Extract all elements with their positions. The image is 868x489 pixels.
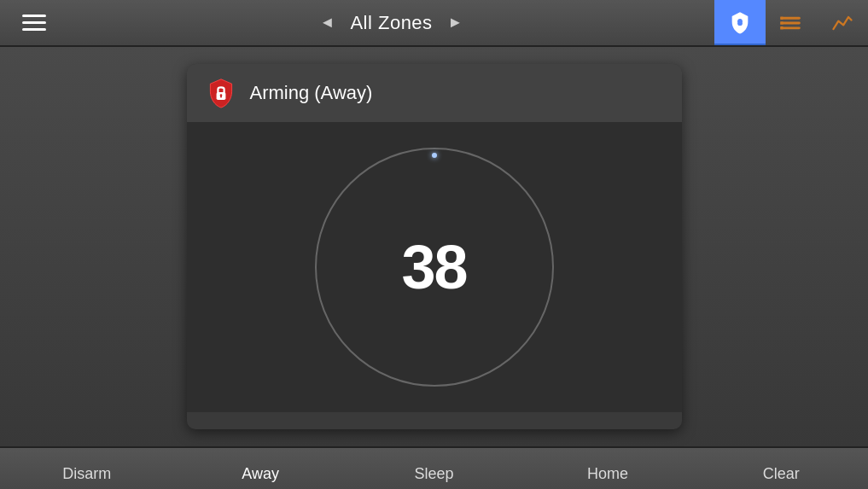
countdown-display: 38 (401, 232, 466, 302)
main-content: Arming (Away) 38 (0, 47, 868, 446)
panel-title: Arming (Away) (250, 82, 373, 104)
circle-indicator-dot (432, 153, 437, 158)
hamburger-icon[interactable] (22, 15, 46, 31)
tab-chart[interactable] (817, 0, 868, 45)
sleep-button[interactable]: Sleep (347, 447, 521, 489)
svg-rect-10 (220, 96, 222, 98)
svg-rect-5 (780, 16, 784, 20)
footer: Disarm Away Sleep Home Clear (0, 446, 868, 489)
clear-button[interactable]: Clear (695, 447, 868, 489)
home-button[interactable]: Home (521, 447, 694, 489)
panel-header: Arming (Away) (187, 64, 682, 122)
status-panel: Arming (Away) 38 (187, 64, 682, 429)
away-button[interactable]: Away (173, 447, 347, 489)
tab-list[interactable] (766, 0, 817, 45)
zone-title: All Zones (350, 12, 432, 34)
arming-shield-icon (204, 76, 238, 110)
security-icon (728, 10, 752, 34)
svg-rect-6 (780, 21, 784, 25)
svg-rect-7 (780, 26, 784, 30)
panel-body: 38 (187, 122, 682, 412)
header: ◄ All Zones ► (0, 0, 868, 47)
header-tabs (714, 0, 868, 45)
next-zone-button[interactable]: ► (448, 14, 463, 32)
prev-zone-button[interactable]: ◄ (320, 14, 335, 32)
chart-icon (830, 11, 854, 35)
countdown-circle: 38 (315, 148, 554, 387)
menu-button-area[interactable] (0, 15, 68, 31)
disarm-button[interactable]: Disarm (0, 447, 173, 489)
tab-security[interactable] (714, 0, 766, 45)
zone-navigation: ◄ All Zones ► (68, 12, 714, 34)
list-icon (779, 11, 803, 35)
action-buttons: Disarm Away Sleep Home Clear (0, 447, 868, 489)
